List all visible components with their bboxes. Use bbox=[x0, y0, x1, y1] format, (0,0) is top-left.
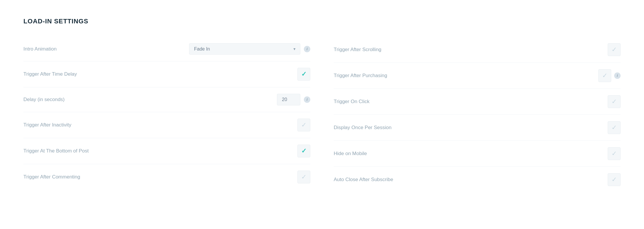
trigger-purchasing-checkbox[interactable]: ✓ bbox=[598, 69, 611, 82]
display-once-session-checkmark: ✓ bbox=[612, 124, 617, 131]
delay-seconds-row: Delay (in seconds) i bbox=[23, 87, 310, 112]
trigger-inactivity-control: ✓ bbox=[297, 119, 310, 131]
trigger-commenting-checkbox[interactable]: ✓ bbox=[297, 171, 310, 183]
trigger-bottom-post-control: ✓ bbox=[297, 145, 310, 157]
delay-seconds-control: i bbox=[277, 94, 310, 105]
trigger-inactivity-checkbox[interactable]: ✓ bbox=[297, 119, 310, 131]
trigger-time-delay-control: ✓ bbox=[297, 68, 310, 81]
trigger-purchasing-label: Trigger After Purchasing bbox=[334, 73, 598, 79]
trigger-click-checkmark: ✓ bbox=[612, 98, 617, 105]
display-once-session-checkbox[interactable]: ✓ bbox=[608, 121, 621, 134]
right-column: Trigger After Scrolling ✓ Trigger After … bbox=[334, 37, 621, 192]
intro-animation-dropdown-wrapper: Fade In Slide In Bounce In None ▼ bbox=[189, 43, 300, 55]
trigger-click-checkbox[interactable]: ✓ bbox=[608, 95, 621, 108]
intro-animation-dropdown[interactable]: Fade In Slide In Bounce In None bbox=[189, 43, 300, 55]
trigger-click-control: ✓ bbox=[608, 95, 621, 108]
trigger-purchasing-checkmark: ✓ bbox=[602, 72, 607, 79]
auto-close-subscribe-label: Auto Close After Subscribe bbox=[334, 177, 608, 183]
trigger-bottom-post-row: Trigger At The Bottom of Post ✓ bbox=[23, 138, 310, 164]
trigger-purchasing-info-icon[interactable]: i bbox=[614, 72, 621, 79]
trigger-click-label: Trigger On Click bbox=[334, 99, 608, 105]
trigger-scrolling-label: Trigger After Scrolling bbox=[334, 47, 608, 53]
trigger-commenting-checkmark: ✓ bbox=[301, 173, 306, 181]
intro-animation-info-icon[interactable]: i bbox=[304, 46, 310, 52]
trigger-commenting-label: Trigger After Commenting bbox=[23, 174, 292, 180]
auto-close-subscribe-row: Auto Close After Subscribe ✓ bbox=[334, 167, 621, 192]
intro-animation-row: Intro Animation Fade In Slide In Bounce … bbox=[23, 37, 310, 61]
hide-mobile-row: Hide on Mobile ✓ bbox=[334, 141, 621, 167]
left-column: Intro Animation Fade In Slide In Bounce … bbox=[23, 37, 310, 192]
trigger-time-delay-checkbox[interactable]: ✓ bbox=[297, 68, 310, 81]
load-in-settings-panel: LOAD-IN SETTINGS Intro Animation Fade In… bbox=[0, 0, 644, 229]
delay-seconds-info-icon[interactable]: i bbox=[304, 96, 310, 103]
trigger-purchasing-row: Trigger After Purchasing ✓ i bbox=[334, 63, 621, 89]
trigger-time-delay-checkmark: ✓ bbox=[301, 70, 306, 78]
trigger-scrolling-checkbox[interactable]: ✓ bbox=[608, 43, 621, 56]
trigger-inactivity-label: Trigger After Inactivity bbox=[23, 122, 292, 128]
trigger-click-row: Trigger On Click ✓ bbox=[334, 89, 621, 115]
section-title: LOAD-IN SETTINGS bbox=[23, 18, 621, 25]
auto-close-subscribe-checkmark: ✓ bbox=[612, 176, 617, 183]
trigger-time-delay-label: Trigger After Time Delay bbox=[23, 71, 292, 77]
trigger-scrolling-control: ✓ bbox=[608, 43, 621, 56]
settings-grid: Intro Animation Fade In Slide In Bounce … bbox=[23, 37, 621, 192]
trigger-scrolling-row: Trigger After Scrolling ✓ bbox=[334, 37, 621, 63]
trigger-inactivity-checkmark: ✓ bbox=[301, 121, 306, 129]
auto-close-subscribe-checkbox[interactable]: ✓ bbox=[608, 173, 621, 186]
trigger-bottom-post-checkmark: ✓ bbox=[301, 147, 306, 155]
delay-seconds-input[interactable] bbox=[277, 94, 300, 105]
hide-mobile-label: Hide on Mobile bbox=[334, 151, 608, 157]
trigger-commenting-control: ✓ bbox=[297, 171, 310, 183]
display-once-session-row: Display Once Per Session ✓ bbox=[334, 115, 621, 141]
hide-mobile-checkbox[interactable]: ✓ bbox=[608, 147, 621, 160]
trigger-time-delay-row: Trigger After Time Delay ✓ bbox=[23, 61, 310, 87]
intro-animation-label: Intro Animation bbox=[23, 46, 183, 52]
delay-seconds-label: Delay (in seconds) bbox=[23, 97, 271, 103]
auto-close-subscribe-control: ✓ bbox=[608, 173, 621, 186]
trigger-scrolling-checkmark: ✓ bbox=[612, 46, 617, 53]
display-once-session-control: ✓ bbox=[608, 121, 621, 134]
trigger-commenting-row: Trigger After Commenting ✓ bbox=[23, 164, 310, 190]
intro-animation-control: Fade In Slide In Bounce In None ▼ i bbox=[189, 43, 310, 55]
trigger-purchasing-control: ✓ i bbox=[598, 69, 621, 82]
trigger-inactivity-row: Trigger After Inactivity ✓ bbox=[23, 112, 310, 138]
hide-mobile-checkmark: ✓ bbox=[612, 150, 617, 157]
display-once-session-label: Display Once Per Session bbox=[334, 125, 608, 131]
trigger-bottom-post-label: Trigger At The Bottom of Post bbox=[23, 148, 292, 154]
hide-mobile-control: ✓ bbox=[608, 147, 621, 160]
trigger-bottom-post-checkbox[interactable]: ✓ bbox=[297, 145, 310, 157]
